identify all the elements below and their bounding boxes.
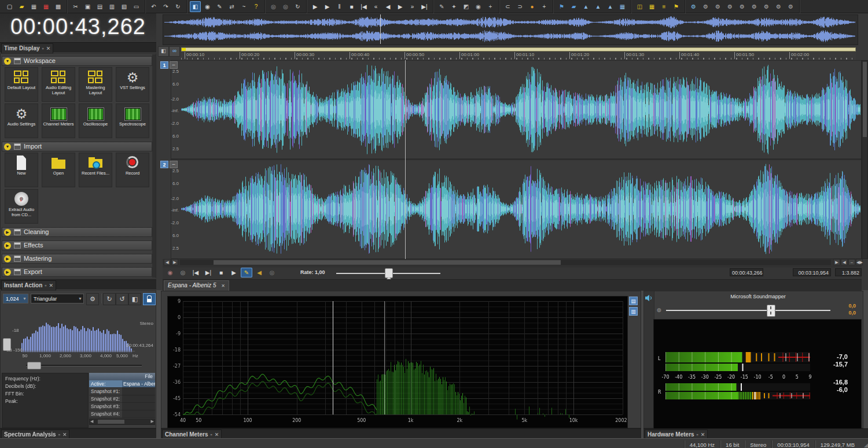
- action-tile-audio-settings[interactable]: ⚙Audio Settings: [5, 103, 38, 138]
- go-to-start-icon[interactable]: |◀: [358, 1, 369, 12]
- go-to-end-icon[interactable]: ▶|: [419, 1, 430, 12]
- pause-icon[interactable]: ‖: [334, 1, 345, 12]
- close-icon[interactable]: ✕: [221, 283, 225, 288]
- hscroll-thumb[interactable]: [214, 260, 561, 265]
- length-box[interactable]: 00:03:10,954: [793, 268, 831, 276]
- event-tool-icon[interactable]: ⇄: [226, 1, 237, 12]
- selection-tool-icon[interactable]: ◩: [461, 1, 472, 12]
- action-tile-record[interactable]: Record: [116, 153, 149, 187]
- play-button[interactable]: ▶: [228, 268, 240, 277]
- cut-icon[interactable]: ✂: [70, 1, 81, 12]
- magnify-tool-icon[interactable]: ◉: [202, 1, 213, 12]
- section-expand-icon[interactable]: ▶: [4, 229, 11, 236]
- monitor-button[interactable]: ◎: [266, 268, 278, 277]
- section-header-effects[interactable]: ▶Effects: [2, 240, 152, 250]
- instant-action-scrollbar[interactable]: [152, 54, 156, 277]
- table-row-4[interactable]: Snapshot #3:: [89, 403, 155, 410]
- action-tile-audio-editing-layout[interactable]: Audio Editing Layout: [42, 67, 75, 102]
- pencil-tool-icon[interactable]: ✎: [214, 1, 225, 12]
- section-expand-icon[interactable]: ▼: [4, 143, 11, 150]
- section-expand-icon[interactable]: ▶: [4, 242, 11, 249]
- zoom-normal-button[interactable]: –: [848, 259, 855, 265]
- close-icon[interactable]: ✕: [49, 282, 54, 290]
- redo-icon[interactable]: ↷: [160, 1, 171, 12]
- loop-region-start-icon[interactable]: ⊂: [502, 1, 513, 12]
- script-4-icon[interactable]: ⚙: [724, 1, 735, 12]
- trim-crop-icon[interactable]: ▭: [131, 1, 142, 12]
- save-as-icon[interactable]: ▦: [41, 1, 52, 12]
- script-8-icon[interactable]: ⚙: [773, 1, 784, 12]
- action-tile-new[interactable]: New: [5, 153, 38, 187]
- whats-this-help-icon[interactable]: ?: [251, 1, 262, 12]
- loop-playback-button[interactable]: ◎: [177, 268, 189, 277]
- zoom-in-time-button[interactable]: ▶: [833, 259, 840, 265]
- script-9-icon[interactable]: ⚙: [785, 1, 796, 12]
- script-1-icon[interactable]: ⚙: [688, 1, 699, 12]
- meters-layout-button-1[interactable]: ▤: [629, 297, 638, 305]
- action-tile-open[interactable]: Open: [42, 153, 75, 187]
- monitor-playback-button[interactable]: ◧: [128, 293, 141, 305]
- section-header-cleaning[interactable]: ▶Cleaning: [2, 227, 152, 237]
- tab-time-display[interactable]: Time Display▫✕: [1, 43, 53, 53]
- overview-waveform-left[interactable]: [164, 16, 855, 29]
- channel-meters-chart[interactable]: [167, 296, 628, 428]
- channel-1-button[interactable]: 1: [160, 61, 168, 69]
- channel-2-button[interactable]: 2: [160, 161, 168, 168]
- zoom-selection-tool-icon[interactable]: ◉: [473, 1, 484, 12]
- zoom-out-time-button[interactable]: ◀: [841, 259, 848, 265]
- section-expand-icon[interactable]: ▶: [4, 256, 11, 262]
- save-all-icon[interactable]: ▩: [53, 1, 64, 12]
- scrub-tool-button[interactable]: ✎: [241, 268, 252, 277]
- gain-slider-track[interactable]: [666, 310, 830, 311]
- channel-2-collapse-button[interactable]: –: [170, 161, 178, 168]
- channel-1-collapse-button[interactable]: –: [170, 61, 178, 69]
- region-list-icon[interactable]: ▦: [617, 1, 628, 12]
- scroll-right-icon[interactable]: ▶: [151, 419, 154, 424]
- magic-tool-icon[interactable]: ✦: [448, 1, 459, 12]
- insert-marker-icon[interactable]: +: [539, 1, 550, 12]
- stop-button[interactable]: ■: [215, 268, 227, 277]
- overview-playhead[interactable]: [380, 14, 381, 44]
- selection-mid-icon[interactable]: ▲: [593, 1, 604, 12]
- sync-button[interactable]: ↺: [116, 293, 128, 305]
- vscroll-thumb[interactable]: [863, 62, 867, 137]
- script-5-icon[interactable]: ⚙: [737, 1, 748, 12]
- tab-instant-action[interactable]: Instant Action▫✕: [1, 280, 56, 290]
- zoom-ratio-box[interactable]: 1:3.882: [835, 268, 862, 276]
- table-row-5[interactable]: Snapshot #4:: [89, 410, 155, 418]
- marker-flag-icon[interactable]: ⚑: [556, 1, 567, 12]
- scroll-left-icon[interactable]: ◀: [90, 419, 93, 424]
- selection-start-icon[interactable]: ▲: [580, 1, 591, 12]
- action-tile-vst-settings[interactable]: ⚙VST Settings: [116, 67, 149, 102]
- open-file-icon[interactable]: ▰: [16, 1, 27, 12]
- go-to-end-button[interactable]: ▶|: [203, 268, 214, 277]
- pan-tool-icon[interactable]: +: [485, 1, 496, 12]
- next-marker-icon[interactable]: »: [407, 1, 418, 12]
- spectrum-h-slider-handle[interactable]: [27, 362, 41, 369]
- envelope-tool-icon[interactable]: ~: [238, 1, 249, 12]
- action-tile-recent-files-[interactable]: Recent Files...: [79, 153, 112, 187]
- record-button[interactable]: ◉: [164, 268, 176, 277]
- scroll-right-button[interactable]: ▶: [171, 259, 178, 265]
- restore-icon[interactable]: ▫: [45, 282, 46, 290]
- hardware-meters-display[interactable]: [653, 319, 862, 429]
- selection-end-icon[interactable]: ▲: [605, 1, 616, 12]
- section-header-workspace[interactable]: ▼Workspace: [2, 56, 152, 66]
- loop-start-marker[interactable]: [182, 48, 186, 51]
- window-type-dropdown[interactable]: Triangular▼: [31, 294, 84, 303]
- script-3-icon[interactable]: ⚙: [712, 1, 723, 12]
- audio-event-tool-button[interactable]: ◀: [253, 268, 265, 277]
- scroll-thumb[interactable]: [98, 420, 124, 424]
- paste-icon[interactable]: ▤: [94, 1, 105, 12]
- speaker-icon[interactable]: [645, 294, 653, 302]
- edit-tool-icon[interactable]: ◧: [190, 1, 201, 12]
- waveform-channel-1[interactable]: [181, 61, 860, 158]
- spectrum-mini-chart[interactable]: [21, 320, 135, 352]
- snap-to-zero-icon[interactable]: ≡: [659, 1, 670, 12]
- action-tile-oscilloscope[interactable]: Oscilloscope: [79, 103, 112, 138]
- table-row-2[interactable]: Snapshot #1:: [89, 388, 155, 395]
- settings-button[interactable]: ⚙: [86, 293, 99, 305]
- time-ruler[interactable]: 00:00:1000:00:2000:00:3000:00:4000:00:50…: [181, 51, 856, 61]
- overview-waveform-right[interactable]: [164, 29, 855, 43]
- fft-size-dropdown[interactable]: 1,024▼: [3, 294, 28, 303]
